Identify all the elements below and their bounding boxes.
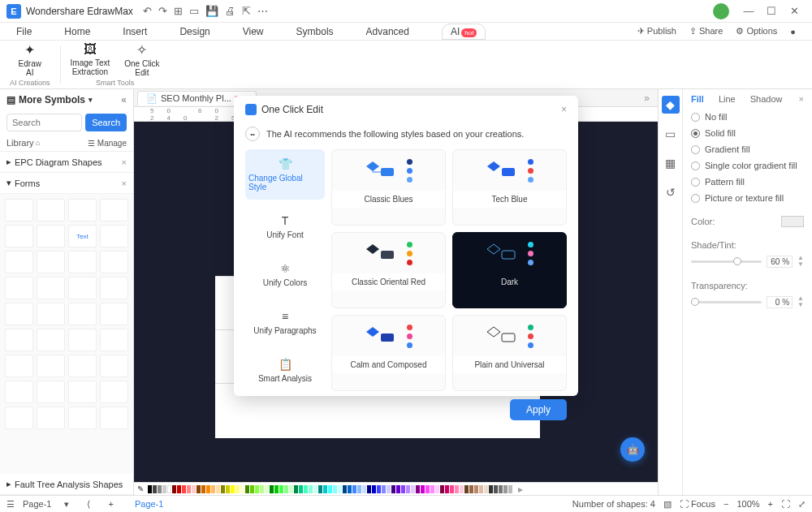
color-swatch[interactable] [313,485,317,493]
color-swatch[interactable] [182,485,186,493]
shape-thumb[interactable] [37,381,65,403]
shape-thumb[interactable] [100,355,128,377]
page-name[interactable]: Page-1 [23,499,51,509]
shape-thumb[interactable] [100,277,128,299]
style-tech-blue[interactable]: Tech Blue [452,149,567,226]
color-swatch[interactable] [279,485,283,493]
style-classic-oriental-red[interactable]: Classic Oriental Red [331,232,446,308]
menu-view[interactable]: View [243,26,264,37]
shape-thumb[interactable] [37,329,65,351]
shape-thumb[interactable] [5,381,33,403]
close-panel-icon[interactable]: × [799,94,804,104]
color-swatch[interactable] [430,485,434,493]
color-swatch[interactable] [464,485,469,493]
page-list-icon[interactable]: ☰ [6,499,15,510]
side-change-global-style[interactable]: 👕Change Global Style [245,149,325,200]
menu-insert[interactable]: Insert [123,26,147,37]
palette-more-icon[interactable]: ▸ [518,484,523,495]
color-swatch[interactable] [387,485,391,493]
color-swatch[interactable] [343,485,347,493]
color-swatch[interactable] [284,485,288,493]
shape-thumb[interactable] [68,251,97,273]
category-fault-tree[interactable]: ▸ Fault Tree Analysis Shapes [0,474,133,495]
close-button[interactable]: ✕ [783,5,806,17]
style-classic-blues[interactable]: Classic Blues [331,149,446,226]
shape-thumb[interactable] [5,355,33,377]
manage-library-button[interactable]: ☰ Manage [88,139,127,148]
shade-slider[interactable]: 60 % ▲▼ [691,255,804,268]
side-unify-font[interactable]: TUnify Font [245,206,325,247]
color-swatch[interactable] [153,485,157,493]
options-button[interactable]: ⚙ Options [736,26,777,37]
user-avatar[interactable] [713,3,729,19]
shape-thumb[interactable] [37,303,65,325]
color-swatch[interactable] [411,485,415,493]
shape-thumb[interactable] [68,381,97,403]
color-swatch[interactable] [489,485,493,493]
shape-thumb[interactable] [37,407,65,429]
library-label[interactable]: Library [6,138,34,148]
redo-icon[interactable]: ↷ [158,5,167,17]
color-swatch[interactable] [197,485,201,493]
radio-pattern-fill[interactable]: Pattern fill [691,177,804,187]
color-swatch[interactable] [148,485,152,493]
maximize-button[interactable]: ☐ [760,5,783,17]
color-swatch[interactable] [172,485,176,493]
color-swatch[interactable] [348,485,352,493]
tab-fill[interactable]: Fill [691,94,704,104]
color-swatch[interactable] [192,485,196,493]
shape-thumb[interactable] [5,303,33,325]
edraw-ai-button[interactable]: ✦ Edraw AI [19,42,41,77]
style-icon[interactable]: ◆ [662,96,680,114]
dropper-icon[interactable]: ✎ [137,484,144,493]
radio-gradient-fill[interactable]: Gradient fill [691,144,804,154]
color-swatch[interactable] [211,485,215,493]
shape-thumb[interactable] [37,199,65,222]
color-swatch[interactable] [367,485,371,493]
color-swatch[interactable] [445,485,449,493]
color-swatch[interactable] [265,485,269,493]
color-swatch[interactable] [372,485,376,493]
color-swatch[interactable] [289,485,293,493]
share-button[interactable]: ⇪ Share [689,26,723,37]
color-swatch[interactable] [294,485,298,493]
menu-advanced[interactable]: Advanced [366,26,409,37]
shape-thumb[interactable] [68,329,97,351]
color-swatch[interactable] [474,485,478,493]
color-swatch[interactable] [396,485,400,493]
shape-thumb[interactable]: Text [68,225,97,247]
tab-shadow[interactable]: Shadow [750,94,783,104]
close-dialog-icon[interactable]: × [561,104,567,115]
color-swatch[interactable] [206,485,210,493]
shape-thumb[interactable] [5,251,33,273]
shape-thumb[interactable] [100,251,128,273]
shape-thumb[interactable] [68,303,97,325]
color-swatch[interactable] [201,485,205,493]
color-swatch[interactable] [274,485,279,493]
focus-button[interactable]: ⛶ Focus [680,499,715,509]
color-swatch[interactable] [352,485,356,493]
color-swatch[interactable] [235,485,240,493]
shape-thumb[interactable] [68,407,97,429]
color-swatch[interactable] [255,485,259,493]
color-swatch[interactable] [245,485,249,493]
fullscreen-icon[interactable]: ⤢ [798,499,806,510]
color-swatch[interactable] [240,485,244,493]
save-icon[interactable]: 💾 [205,5,218,17]
shape-thumb[interactable] [100,381,128,403]
one-click-edit-button[interactable]: ✧ One Click Edit [124,42,159,77]
tab-line[interactable]: Line [719,94,736,104]
minimize-button[interactable]: — [737,5,760,17]
new-icon[interactable]: ⊞ [174,5,183,17]
undo-icon[interactable]: ↶ [143,5,152,17]
color-swatch[interactable] [231,485,235,493]
add-page-icon[interactable]: + [103,499,118,509]
color-swatch[interactable] [162,485,166,493]
color-swatch[interactable] [499,485,503,493]
shape-thumb[interactable] [5,407,33,429]
more-icon[interactable]: ⋯ [257,5,268,17]
shape-thumb[interactable] [37,225,65,247]
color-swatch[interactable] [333,485,337,493]
shape-thumb[interactable] [68,199,97,222]
menu-file[interactable]: File [16,26,32,37]
